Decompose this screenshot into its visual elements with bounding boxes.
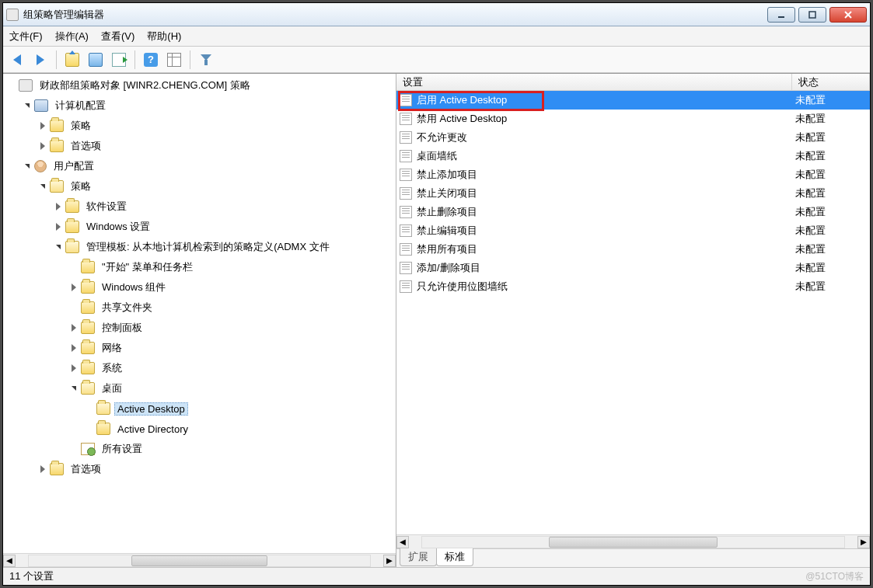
setting-state: 未配置 (795, 168, 870, 182)
setting-icon (400, 224, 412, 237)
setting-state: 未配置 (795, 186, 870, 200)
setting-icon (400, 280, 412, 293)
help-button[interactable]: ? (140, 49, 162, 71)
folder-up-icon (65, 53, 79, 67)
setting-state: 未配置 (795, 93, 870, 107)
list-row[interactable]: 桌面墙纸未配置 (396, 147, 870, 165)
list-row[interactable]: 禁用所有项目未配置 (396, 240, 870, 259)
tabstrip: 扩展 标准 (396, 548, 870, 567)
window-title: 组策略管理编辑器 (23, 8, 767, 22)
tree-active-desktop[interactable]: Active Desktop (81, 398, 396, 419)
folder-icon (81, 342, 95, 354)
list-row[interactable]: 不允许更改未配置 (396, 128, 870, 147)
show-hide-tree-button[interactable] (85, 49, 107, 71)
tree-item[interactable]: 首选项 (34, 459, 396, 479)
folder-icon (50, 140, 64, 152)
tree-user-config[interactable]: 用户配置 (19, 156, 396, 176)
setting-state: 未配置 (795, 112, 870, 126)
toolbar-separator (190, 50, 190, 69)
tree-item[interactable]: 首选项 (34, 136, 396, 156)
folder-icon (81, 261, 95, 273)
watermark: @51CTO博客 (805, 570, 864, 583)
menu-action[interactable]: 操作(A) (55, 30, 89, 43)
tree-item[interactable]: 控制面板 (65, 318, 396, 338)
tree-item[interactable]: 软件设置 (50, 197, 396, 217)
tab-standard[interactable]: 标准 (436, 548, 473, 566)
col-setting[interactable]: 设置 (396, 74, 792, 90)
tree-item[interactable]: 系统 (65, 358, 396, 378)
tree-all-settings[interactable]: 所有设置 (65, 439, 396, 459)
list-row[interactable]: 禁止关闭项目未配置 (396, 184, 870, 203)
close-button[interactable] (829, 7, 867, 23)
tree-admin-templates[interactable]: 管理模板: 从本地计算机检索到的策略定义(ADMX 文件 (50, 237, 396, 257)
maximize-button[interactable] (798, 7, 826, 23)
gpo-icon (19, 79, 33, 92)
toolbar: ? (3, 47, 870, 73)
folder-icon (65, 221, 79, 233)
statusbar: 11 个设置 (3, 567, 870, 585)
setting-name: 不允许更改 (417, 130, 795, 144)
setting-icon (400, 243, 412, 256)
folder-icon (96, 402, 110, 415)
tree-item[interactable]: 共享文件夹 (65, 297, 396, 318)
tree-item[interactable]: 策略 (34, 116, 396, 136)
menu-help[interactable]: 帮助(H) (147, 30, 181, 43)
list-row[interactable]: 禁止编辑项目未配置 (396, 221, 870, 240)
filter-icon (199, 53, 213, 67)
folder-icon (50, 120, 64, 132)
setting-icon (400, 206, 412, 218)
setting-name: 启用 Active Desktop (417, 93, 795, 107)
export-button[interactable] (108, 49, 130, 71)
properties-button[interactable] (163, 49, 185, 71)
folder-icon (65, 241, 79, 253)
app-icon (6, 9, 19, 21)
filter-button[interactable] (195, 49, 217, 71)
tree-item[interactable]: Windows 组件 (65, 277, 396, 297)
list-row[interactable]: 禁止删除项目未配置 (396, 203, 870, 221)
folder-icon (81, 301, 95, 314)
col-state[interactable]: 状态 (792, 74, 870, 90)
grid-icon (167, 53, 181, 67)
menubar: 文件(F) 操作(A) 查看(V) 帮助(H) (3, 26, 870, 47)
tree-desktop[interactable]: 桌面 (65, 378, 396, 398)
tree-item[interactable]: Windows 设置 (50, 217, 396, 237)
list-row[interactable]: 添加/删除项目未配置 (396, 259, 870, 277)
menu-file[interactable]: 文件(F) (9, 30, 43, 43)
setting-state: 未配置 (795, 224, 870, 238)
list-row[interactable]: 启用 Active Desktop未配置 (396, 91, 870, 110)
tree-item[interactable]: 网络 (65, 338, 396, 358)
status-text: 11 个设置 (9, 569, 54, 583)
setting-name: 添加/删除项目 (417, 261, 795, 275)
tree-item[interactable]: "开始" 菜单和任务栏 (65, 257, 396, 277)
list-row[interactable]: 禁用 Active Desktop未配置 (396, 110, 870, 128)
folder-icon (81, 382, 95, 395)
back-button[interactable] (6, 49, 28, 71)
tree-computer-config[interactable]: 计算机配置 (19, 96, 396, 116)
tree-active-directory[interactable]: Active Directory (81, 419, 396, 439)
list-row[interactable]: 只允许使用位图墙纸未配置 (396, 277, 870, 296)
tree-item[interactable]: 策略 (34, 176, 396, 197)
setting-name: 禁用 Active Desktop (417, 112, 795, 126)
setting-name: 禁止删除项目 (417, 205, 795, 219)
setting-name: 禁止关闭项目 (417, 186, 795, 200)
arrow-left-icon (13, 54, 21, 65)
minimize-button[interactable] (767, 7, 795, 23)
tree-root[interactable]: 财政部组策略对象 [WINR2.CHENG.COM] 策略 (3, 75, 396, 96)
folder-icon (81, 362, 95, 374)
tree-hscroll[interactable]: ◄► (3, 553, 396, 567)
setting-icon (400, 150, 412, 162)
tab-extended[interactable]: 扩展 (400, 548, 437, 566)
setting-icon (400, 113, 412, 125)
toolbar-separator (56, 50, 57, 69)
list-row[interactable]: 禁止添加项目未配置 (396, 165, 870, 184)
toolbar-separator (134, 50, 135, 69)
setting-icon (400, 169, 412, 181)
setting-icon (400, 262, 412, 274)
forward-button[interactable] (30, 49, 51, 71)
computer-icon (34, 99, 48, 112)
up-button[interactable] (61, 49, 83, 71)
folder-icon (50, 463, 64, 475)
list-hscroll[interactable]: ◄► (396, 534, 870, 548)
menu-view[interactable]: 查看(V) (101, 30, 134, 43)
setting-state: 未配置 (795, 242, 870, 256)
